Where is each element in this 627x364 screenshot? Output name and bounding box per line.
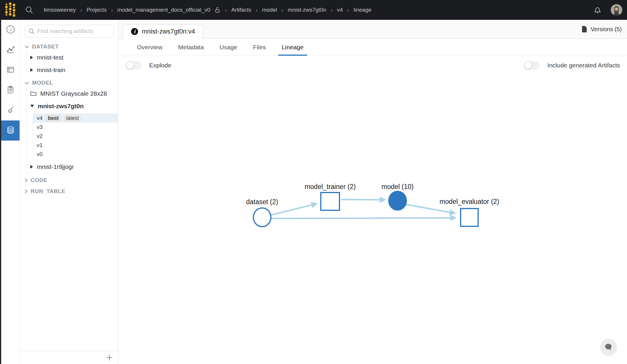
node-label-model: model (10) [382, 183, 414, 190]
table-icon [6, 65, 15, 76]
node-model[interactable] [389, 191, 406, 210]
artifact-search-input[interactable] [37, 28, 111, 35]
artifact-version-tab[interactable]: i mnist-zws7gt0n:v4 [123, 24, 203, 39]
breadcrumb-artifacts[interactable]: Artifacts [231, 7, 251, 13]
explode-toggle-label: Explode [149, 62, 171, 69]
artifact-tab-strip: i mnist-zws7gt0n:v4 Versions (5) [118, 20, 627, 39]
caret-right-icon [30, 68, 33, 72]
tree-section-label: RUN_TABLE [31, 188, 65, 195]
breadcrumb-version[interactable]: v4 [337, 7, 343, 13]
tree-item-mnist-test[interactable]: mnist-test [27, 51, 118, 64]
global-search-icon[interactable] [25, 5, 34, 15]
version-row-v4[interactable]: v4 best latest [33, 113, 118, 123]
user-avatar[interactable] [611, 4, 622, 16]
node-model-evaluator[interactable] [461, 209, 478, 226]
tab-metadata[interactable]: Metadata [175, 39, 208, 56]
breadcrumb-projects[interactable]: Projects [87, 7, 107, 13]
tab-lineage[interactable]: Lineage [278, 39, 307, 56]
breadcrumb-separator-icon: › [80, 7, 82, 13]
breadcrumb-separator-icon: › [347, 7, 349, 13]
tree-section-label: MODEL [32, 80, 53, 86]
version-label: v0 [37, 151, 43, 158]
version-row-v3[interactable]: v3 [33, 123, 118, 132]
artifact-tabnav: Overview Metadata Usage Files Lineage [118, 39, 627, 56]
node-dataset[interactable] [253, 208, 271, 227]
breadcrumb-lineage[interactable]: lineage [353, 7, 371, 13]
info-circle-icon: i [131, 28, 138, 35]
tab-files[interactable]: Files [250, 39, 269, 56]
versions-button[interactable]: Versions (5) [581, 26, 622, 33]
tree-section-label: CODE [31, 177, 47, 183]
tree-item-label: mnist-train [37, 66, 65, 74]
version-row-v2[interactable]: v2 [33, 132, 118, 141]
breadcrumb-separator-icon: › [331, 7, 333, 13]
version-label: v1 [37, 142, 43, 148]
tree-item-mnist-train[interactable]: mnist-train [27, 64, 118, 76]
tab-label: Usage [220, 44, 237, 51]
explode-toggle-row: Explode [126, 61, 171, 69]
edge-dataset-to-evaluator [271, 218, 455, 218]
tree-section-model[interactable]: MODEL [20, 78, 118, 87]
info-icon: i [6, 24, 15, 36]
tab-overview[interactable]: Overview [133, 39, 166, 56]
versions-button-label: Versions (5) [591, 26, 622, 33]
toggle-knob [524, 62, 532, 69]
rail-item-charts[interactable] [1, 40, 20, 60]
chevron-down-icon [25, 82, 29, 84]
breadcrumb-separator-icon: › [111, 7, 113, 13]
node-model-trainer[interactable] [321, 192, 339, 210]
broom-icon [6, 105, 15, 116]
breadcrumb-entity[interactable]: timssweeney [44, 7, 76, 13]
tree-item-mnist-zws7gt0n[interactable]: mnist-zws7gt0n [27, 100, 118, 112]
version-list: v4 best latest v3 v2 v1 [33, 112, 118, 160]
badge-best: best [46, 114, 61, 122]
version-row-v1[interactable]: v1 [33, 141, 118, 150]
chat-bubble-icon [604, 343, 613, 351]
version-row-v0[interactable]: v0 [33, 150, 118, 159]
lineage-content: Explode Include generated Artifacts [118, 56, 627, 364]
chevron-down-icon [25, 46, 29, 48]
tree-item-mnist-1r9jjogr[interactable]: mnist-1r9jjogr [27, 160, 118, 173]
notifications-bell-icon[interactable] [593, 6, 602, 14]
lineage-graph: dataset (2) model_trainer (2) model (10)… [242, 177, 516, 240]
caret-right-icon [30, 56, 33, 59]
artifact-search-box[interactable] [25, 25, 114, 38]
open-lock-icon [215, 7, 220, 13]
nav-rail: i [0, 20, 20, 364]
navbar-right-group [593, 4, 622, 16]
tab-label: Files [253, 44, 266, 51]
explode-toggle[interactable] [126, 61, 142, 69]
rail-item-artifacts[interactable] [1, 120, 20, 141]
tab-usage[interactable]: Usage [216, 39, 241, 56]
main-area: i mnist-zws7gt0n:v4 Versions (5) Overvie… [118, 20, 627, 364]
tree-item-label: MNIST Grayscale 28x28 [40, 90, 107, 97]
add-artifact-button[interactable] [106, 354, 113, 361]
version-label: v2 [37, 133, 43, 139]
rail-item-tables[interactable] [1, 60, 20, 80]
rail-item-sweeps[interactable] [1, 100, 20, 120]
artifact-tree: DATASET mnist-test mnist-train MODEL [20, 40, 118, 196]
tree-section-run-table[interactable]: RUN_TABLE [20, 187, 118, 196]
tab-label: Overview [137, 44, 163, 51]
breadcrumb-project[interactable]: model_management_docs_official_v0 [117, 7, 210, 13]
badge-latest: latest [64, 114, 81, 122]
database-icon [6, 125, 15, 136]
version-label: v3 [37, 124, 43, 130]
svg-text:i: i [10, 27, 12, 32]
rail-item-overview[interactable]: i [1, 20, 20, 40]
breadcrumb-artifact-type[interactable]: model [262, 7, 277, 13]
clipboard-icon [6, 85, 15, 96]
tree-item-mnist-grayscale[interactable]: MNIST Grayscale 28x28 [27, 87, 118, 100]
tree-section-code[interactable]: CODE [20, 176, 118, 185]
include-generated-toggle[interactable] [524, 61, 540, 69]
include-generated-toggle-row: Include generated Artifacts [524, 61, 620, 69]
help-chat-button[interactable] [600, 339, 617, 355]
tree-item-label: mnist-zws7gt0n [38, 103, 84, 110]
search-icon [28, 28, 35, 35]
panel-footer [20, 351, 118, 364]
rail-item-reports[interactable] [1, 80, 20, 100]
breadcrumb-artifact-name[interactable]: mnist-zws7gt0n [288, 7, 326, 13]
breadcrumb-separator-icon: › [256, 7, 258, 13]
tree-section-dataset[interactable]: DATASET [20, 42, 118, 51]
wandb-logo-icon[interactable] [4, 2, 16, 18]
